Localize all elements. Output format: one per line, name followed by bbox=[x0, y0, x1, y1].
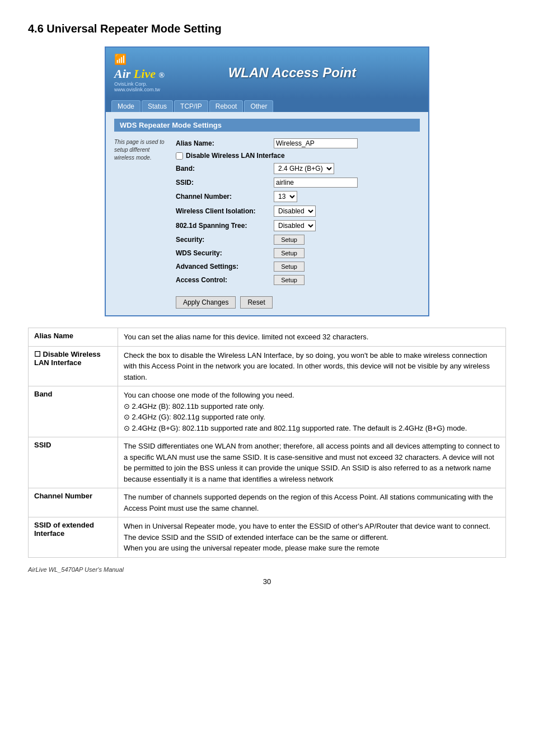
wds-security-value[interactable]: Setup bbox=[274, 248, 420, 258]
logo-registered: ® bbox=[158, 71, 164, 80]
tab-reboot[interactable]: Reboot bbox=[209, 100, 243, 112]
def-disable-wireless: Check the box to disable the Wireless LA… bbox=[118, 346, 506, 386]
disable-wireless-label: Disable Wireless LAN Interface bbox=[186, 152, 285, 160]
wds-security-label: WDS Security: bbox=[176, 249, 274, 257]
advanced-setup-button[interactable]: Setup bbox=[274, 262, 305, 272]
security-setup-button[interactable]: Setup bbox=[274, 235, 305, 245]
logo-area: 📶 Air Live ® OvisLink Corp. www.ovislink… bbox=[114, 53, 165, 92]
band-label: Band: bbox=[176, 165, 274, 172]
logo-live: Live bbox=[134, 67, 156, 81]
term-disable-wireless: ☐ Disable Wireless LAN Interface bbox=[29, 346, 118, 386]
disable-wireless-checkbox[interactable] bbox=[176, 152, 183, 160]
channel-value[interactable]: 13 1234 5678 9101112 bbox=[274, 191, 420, 202]
term-ssid-ext-line2: Interface bbox=[34, 529, 64, 538]
alias-name-label: Alias Name: bbox=[176, 139, 274, 147]
logo-airlive: Air Live ® bbox=[114, 67, 165, 81]
channel-select[interactable]: 13 1234 5678 9101112 bbox=[274, 191, 297, 202]
term-ssid-ext-line1: SSID of extended bbox=[34, 521, 94, 529]
band-select[interactable]: 2.4 GHz (B+G) 2.4 GHz (B) 2.4 GHz (G) bbox=[274, 163, 334, 174]
apply-changes-button[interactable]: Apply Changes bbox=[176, 296, 236, 309]
band-value[interactable]: 2.4 GHz (B+G) 2.4 GHz (B) 2.4 GHz (G) bbox=[274, 163, 420, 174]
ssid-row: SSID: bbox=[176, 178, 420, 188]
ssid-value[interactable] bbox=[274, 178, 420, 188]
term-ssid: SSID bbox=[29, 437, 118, 488]
client-isolation-row: Wireless Client Isolation: Disabled Enab… bbox=[176, 206, 420, 217]
def-alias-name: You can set the alias name for this devi… bbox=[118, 328, 506, 347]
wds-security-row: WDS Security: Setup bbox=[176, 248, 420, 258]
tab-other[interactable]: Other bbox=[244, 100, 273, 112]
reset-button[interactable]: Reset bbox=[240, 296, 272, 309]
router-header: 📶 Air Live ® OvisLink Corp. www.ovislink… bbox=[106, 48, 428, 98]
term-alias-name: Alias Name bbox=[29, 328, 118, 347]
channel-label: Channel Number: bbox=[176, 193, 274, 200]
nav-tabs: Mode Status TCP/IP Reboot Other bbox=[106, 98, 428, 112]
table-row: Channel Number The number of channels su… bbox=[29, 488, 506, 517]
router-body: WDS Repeater Mode Settings This page is … bbox=[106, 112, 428, 315]
term-disable-line2: LAN Interface bbox=[34, 358, 82, 367]
alias-name-input[interactable] bbox=[274, 138, 358, 148]
def-ssid-extended: When in Universal Repeater mode, you hav… bbox=[118, 517, 506, 558]
table-row: SSID of extended Interface When in Unive… bbox=[29, 517, 506, 558]
ssid-label: SSID: bbox=[176, 179, 274, 186]
router-panel: 📶 Air Live ® OvisLink Corp. www.ovislink… bbox=[105, 46, 429, 316]
tab-mode[interactable]: Mode bbox=[111, 100, 140, 112]
table-row: ☐ Disable Wireless LAN Interface Check t… bbox=[29, 346, 506, 386]
client-isolation-value[interactable]: Disabled Enabled bbox=[274, 206, 420, 217]
spanning-tree-select[interactable]: Disabled Enabled bbox=[274, 220, 316, 231]
advanced-label: Advanced Settings: bbox=[176, 263, 274, 270]
page-number: 30 bbox=[28, 577, 506, 586]
tab-status[interactable]: Status bbox=[142, 100, 173, 112]
advanced-value[interactable]: Setup bbox=[274, 262, 420, 272]
table-row: Band You can choose one mode of the foll… bbox=[29, 386, 506, 437]
logo-air: Air bbox=[114, 67, 130, 81]
client-isolation-select[interactable]: Disabled Enabled bbox=[274, 206, 316, 217]
channel-row: Channel Number: 13 1234 5678 9101112 bbox=[176, 191, 420, 202]
term-channel-number: Channel Number bbox=[29, 488, 118, 517]
def-ssid: The SSID differentiates one WLAN from an… bbox=[118, 437, 506, 488]
term-disable-line1: ☐ Disable Wireless bbox=[34, 350, 101, 358]
form-area: Alias Name: Disable Wireless LAN Interfa… bbox=[176, 138, 420, 309]
client-isolation-label: Wireless Client Isolation: bbox=[176, 207, 274, 215]
access-control-value[interactable]: Setup bbox=[274, 275, 420, 285]
action-buttons: Apply Changes Reset bbox=[176, 292, 420, 309]
wlan-title: WLAN Access Point bbox=[165, 65, 420, 81]
security-label: Security: bbox=[176, 236, 274, 244]
table-row: SSID The SSID differentiates one WLAN fr… bbox=[29, 437, 506, 488]
description-table: Alias Name You can set the alias name fo… bbox=[28, 328, 506, 558]
security-row: Security: Setup bbox=[176, 235, 420, 245]
tab-tcpip[interactable]: TCP/IP bbox=[174, 100, 208, 112]
disable-wireless-row: Disable Wireless LAN Interface bbox=[176, 152, 420, 160]
alias-name-row: Alias Name: bbox=[176, 138, 420, 148]
spanning-tree-row: 802.1d Spanning Tree: Disabled Enabled bbox=[176, 220, 420, 231]
logo-ovislink: OvisLink Corp. www.ovislink.com.tw bbox=[114, 81, 160, 92]
sidebar-text: This page is used to setup different wir… bbox=[114, 138, 170, 162]
access-control-row: Access Control: Setup bbox=[176, 275, 420, 285]
spanning-tree-value[interactable]: Disabled Enabled bbox=[274, 220, 420, 231]
def-band: You can choose one mode of the following… bbox=[118, 386, 506, 437]
table-row: Alias Name You can set the alias name fo… bbox=[29, 328, 506, 347]
def-channel-number: The number of channels supported depends… bbox=[118, 488, 506, 517]
wds-security-setup-button[interactable]: Setup bbox=[274, 248, 305, 258]
ssid-input[interactable] bbox=[274, 178, 358, 188]
alias-name-value[interactable] bbox=[274, 138, 420, 148]
term-ssid-extended: SSID of extended Interface bbox=[29, 517, 118, 558]
access-control-setup-button[interactable]: Setup bbox=[274, 275, 305, 285]
band-row: Band: 2.4 GHz (B+G) 2.4 GHz (B) 2.4 GHz … bbox=[176, 163, 420, 174]
page-title: 4.6 Universal Repeater Mode Setting bbox=[28, 22, 506, 35]
advanced-row: Advanced Settings: Setup bbox=[176, 262, 420, 272]
wifi-signal-icon: 📶 bbox=[114, 53, 127, 66]
term-band: Band bbox=[29, 386, 118, 437]
footer-text: AirLive WL_5470AP User's Manual bbox=[28, 566, 506, 573]
section-title: WDS Repeater Mode Settings bbox=[114, 119, 420, 132]
access-control-label: Access Control: bbox=[176, 276, 274, 284]
spanning-tree-label: 802.1d Spanning Tree: bbox=[176, 222, 274, 230]
security-value[interactable]: Setup bbox=[274, 235, 420, 245]
